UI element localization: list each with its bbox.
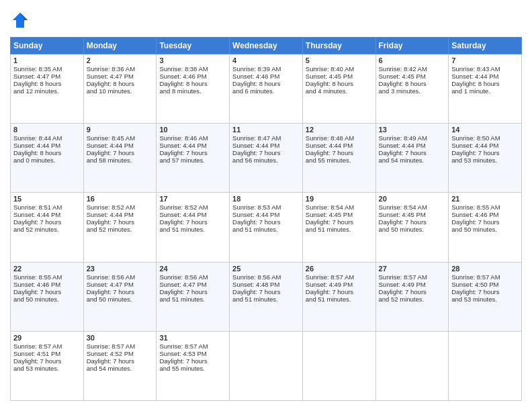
cell-info-line: and 57 minutes.	[159, 156, 226, 164]
weekday-header-tuesday: Tuesday	[157, 38, 230, 54]
calendar-cell: 29Sunrise: 8:57 AMSunset: 4:51 PMDayligh…	[11, 331, 84, 400]
cell-info-line: and 12 minutes.	[13, 87, 81, 95]
cell-info-line: and 1 minute.	[451, 87, 519, 95]
cell-info-line: Sunset: 4:44 PM	[232, 211, 300, 218]
cell-info-line: Sunrise: 8:35 AM	[13, 65, 81, 73]
cell-info-line: Sunrise: 8:57 AM	[306, 273, 373, 281]
cell-info-line: and 50 minutes.	[451, 226, 519, 233]
cell-info-line: Sunrise: 8:40 AM	[306, 65, 373, 73]
cell-info-line: Sunset: 4:46 PM	[13, 281, 81, 288]
cell-info-line: Daylight: 7 hours	[159, 288, 226, 295]
day-number: 4	[232, 56, 300, 64]
cell-info-line: Sunset: 4:47 PM	[87, 73, 154, 80]
day-number: 7	[451, 56, 519, 64]
cell-info-line: and 53 minutes.	[451, 156, 519, 164]
cell-info-line: Daylight: 7 hours	[87, 218, 154, 226]
week-row-3: 15Sunrise: 8:51 AMSunset: 4:44 PMDayligh…	[11, 193, 522, 262]
cell-info-line: Sunrise: 8:56 AM	[159, 273, 226, 281]
day-number: 8	[13, 126, 81, 134]
cell-info-line: Sunset: 4:50 PM	[451, 281, 519, 288]
cell-info-line: Sunrise: 8:57 AM	[451, 273, 519, 281]
day-number: 9	[87, 126, 154, 134]
cell-info-line: Sunset: 4:44 PM	[451, 142, 519, 149]
calendar-cell: 22Sunrise: 8:55 AMSunset: 4:46 PMDayligh…	[11, 262, 84, 331]
day-number: 21	[451, 195, 519, 203]
cell-info-line: and 4 minutes.	[306, 87, 373, 95]
cell-info-line: and 53 minutes.	[451, 295, 519, 303]
cell-info-line: Sunrise: 8:36 AM	[87, 65, 154, 73]
cell-info-line: Sunset: 4:45 PM	[306, 73, 373, 80]
calendar-cell	[302, 331, 375, 400]
cell-info-line: Sunset: 4:44 PM	[379, 142, 446, 149]
cell-info-line: Sunset: 4:44 PM	[87, 211, 154, 218]
cell-info-line: Daylight: 7 hours	[379, 288, 446, 295]
cell-info-line: Sunrise: 8:51 AM	[13, 203, 81, 211]
cell-info-line: Sunrise: 8:53 AM	[232, 203, 300, 211]
calendar-cell: 31Sunrise: 8:57 AMSunset: 4:53 PMDayligh…	[157, 331, 230, 400]
day-number: 5	[306, 56, 373, 64]
weekday-header-monday: Monday	[83, 38, 157, 54]
cell-info-line: and 52 minutes.	[13, 226, 81, 233]
cell-info-line: Sunrise: 8:39 AM	[232, 65, 300, 73]
cell-info-line: Daylight: 7 hours	[379, 218, 446, 226]
cell-info-line: Daylight: 8 hours	[13, 149, 81, 156]
calendar-cell: 18Sunrise: 8:53 AMSunset: 4:44 PMDayligh…	[230, 193, 303, 262]
week-row-5: 29Sunrise: 8:57 AMSunset: 4:51 PMDayligh…	[11, 331, 522, 400]
cell-info-line: and 6 minutes.	[232, 87, 300, 95]
cell-info-line: Sunrise: 8:55 AM	[451, 203, 519, 211]
cell-info-line: Sunrise: 8:45 AM	[87, 134, 154, 142]
calendar-cell: 16Sunrise: 8:52 AMSunset: 4:44 PMDayligh…	[83, 193, 157, 262]
calendar-cell: 23Sunrise: 8:56 AMSunset: 4:47 PMDayligh…	[83, 262, 157, 331]
calendar-cell: 15Sunrise: 8:51 AMSunset: 4:44 PMDayligh…	[11, 193, 84, 262]
day-number: 17	[159, 195, 226, 203]
cell-info-line: Daylight: 7 hours	[87, 357, 154, 365]
weekday-header-sunday: Sunday	[11, 38, 84, 54]
cell-info-line: Sunrise: 8:52 AM	[159, 203, 226, 211]
logo-icon	[10, 10, 30, 30]
cell-info-line: Daylight: 7 hours	[451, 288, 519, 295]
cell-info-line: Sunrise: 8:49 AM	[379, 134, 446, 142]
cell-info-line: and 0 minutes.	[13, 156, 81, 164]
cell-info-line: and 51 minutes.	[232, 295, 300, 303]
cell-info-line: Sunset: 4:48 PM	[232, 281, 300, 288]
day-number: 20	[379, 195, 446, 203]
cell-info-line: Sunset: 4:44 PM	[306, 142, 373, 149]
cell-info-line: Sunrise: 8:56 AM	[87, 273, 154, 281]
cell-info-line: Daylight: 7 hours	[13, 357, 81, 365]
week-row-1: 1Sunrise: 8:35 AMSunset: 4:47 PMDaylight…	[11, 54, 522, 124]
day-number: 13	[379, 126, 446, 134]
cell-info-line: Sunset: 4:45 PM	[306, 211, 373, 218]
calendar-cell: 21Sunrise: 8:55 AMSunset: 4:46 PMDayligh…	[449, 193, 522, 262]
cell-info-line: and 56 minutes.	[232, 156, 300, 164]
cell-info-line: Daylight: 8 hours	[451, 80, 519, 87]
cell-info-line: and 54 minutes.	[87, 365, 154, 372]
calendar-cell: 7Sunrise: 8:43 AMSunset: 4:44 PMDaylight…	[449, 54, 522, 124]
cell-info-line: Daylight: 7 hours	[159, 149, 226, 156]
calendar-cell: 25Sunrise: 8:56 AMSunset: 4:48 PMDayligh…	[230, 262, 303, 331]
calendar-cell: 1Sunrise: 8:35 AMSunset: 4:47 PMDaylight…	[11, 54, 84, 124]
cell-info-line: and 55 minutes.	[159, 365, 226, 372]
cell-info-line: Daylight: 7 hours	[232, 218, 300, 226]
cell-info-line: Sunset: 4:49 PM	[379, 281, 446, 288]
cell-info-line: Sunset: 4:51 PM	[13, 350, 81, 357]
weekday-header-thursday: Thursday	[302, 38, 375, 54]
cell-info-line: Daylight: 7 hours	[232, 149, 300, 156]
day-number: 26	[306, 265, 373, 273]
cell-info-line: Sunset: 4:44 PM	[451, 73, 519, 80]
cell-info-line: Sunset: 4:53 PM	[159, 350, 226, 357]
cell-info-line: Daylight: 7 hours	[451, 149, 519, 156]
cell-info-line: Daylight: 7 hours	[306, 288, 373, 295]
cell-info-line: Sunrise: 8:57 AM	[13, 342, 81, 350]
day-number: 2	[87, 56, 154, 64]
cell-info-line: Sunrise: 8:48 AM	[306, 134, 373, 142]
day-number: 29	[13, 334, 81, 342]
cell-info-line: and 50 minutes.	[13, 295, 81, 303]
cell-info-line: Sunrise: 8:38 AM	[159, 65, 226, 73]
cell-info-line: Sunset: 4:44 PM	[159, 142, 226, 149]
cell-info-line: and 52 minutes.	[87, 226, 154, 233]
cell-info-line: and 8 minutes.	[159, 87, 226, 95]
cell-info-line: Sunrise: 8:57 AM	[87, 342, 154, 350]
day-number: 19	[306, 195, 373, 203]
cell-info-line: Sunrise: 8:57 AM	[379, 273, 446, 281]
cell-info-line: Daylight: 8 hours	[13, 80, 81, 87]
